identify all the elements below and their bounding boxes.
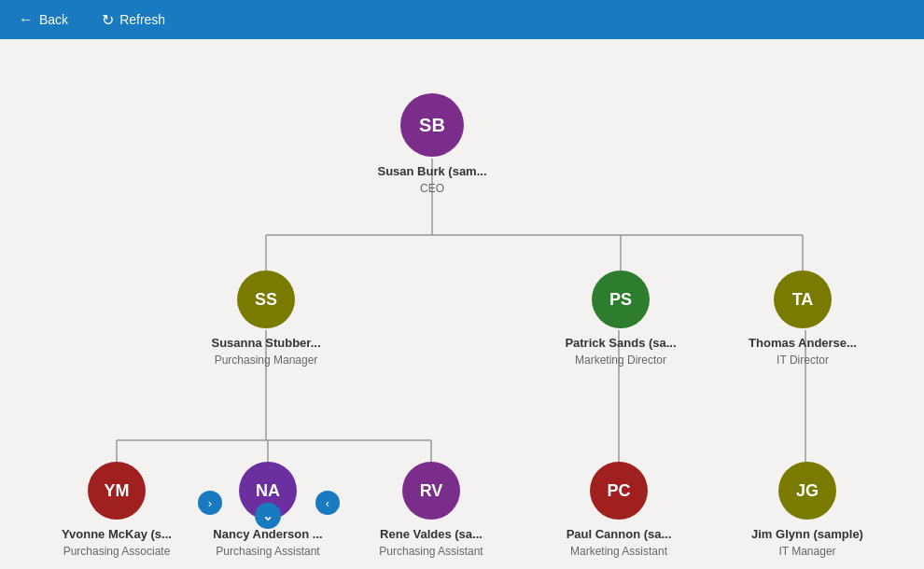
refresh-icon: ↻ bbox=[102, 11, 114, 29]
nav-left-arrow[interactable]: › bbox=[198, 491, 222, 515]
node-nancy[interactable]: NA ⌄ › ‹ Nancy Anderson ... Purchasing A… bbox=[207, 462, 329, 558]
avatar-susan: SB bbox=[400, 93, 464, 157]
back-label: Back bbox=[39, 12, 68, 27]
name-jim: Jim Glynn (sample) bbox=[751, 527, 863, 543]
node-patrick[interactable]: PS Patrick Sands (sa... Marketing Direct… bbox=[560, 271, 681, 367]
avatar-paul: PC bbox=[590, 462, 648, 520]
back-icon: ← bbox=[19, 11, 34, 28]
title-paul: Marketing Assistant bbox=[570, 545, 667, 558]
expand-chevron[interactable]: ⌄ bbox=[255, 503, 281, 529]
avatar-jim: JG bbox=[778, 462, 836, 520]
title-susan: CEO bbox=[420, 182, 444, 195]
nav-right-arrow[interactable]: ‹ bbox=[315, 491, 340, 515]
name-nancy: Nancy Anderson ... bbox=[213, 527, 322, 543]
name-susan: Susan Burk (sam... bbox=[377, 164, 486, 180]
node-thomas[interactable]: TA Thomas Anderse... IT Director bbox=[742, 271, 863, 367]
node-jim[interactable]: JG Jim Glynn (sample) IT Manager bbox=[747, 462, 868, 558]
avatar-rene: RV bbox=[402, 462, 460, 520]
title-jim: IT Manager bbox=[778, 545, 835, 558]
refresh-button[interactable]: ↻ Refresh bbox=[94, 7, 173, 33]
avatar-thomas: TA bbox=[774, 271, 832, 328]
node-paul[interactable]: PC Paul Cannon (sa... Marketing Assistan… bbox=[558, 462, 679, 558]
avatar-nancy: NA ⌄ bbox=[239, 462, 297, 520]
back-button[interactable]: ← Back bbox=[11, 7, 76, 32]
node-rene[interactable]: RV Rene Valdes (sa... Purchasing Assista… bbox=[371, 462, 492, 558]
org-chart: SB Susan Burk (sam... CEO SS Susanna Stu… bbox=[0, 39, 924, 569]
node-susan[interactable]: SB Susan Burk (sam... CEO bbox=[371, 93, 493, 195]
name-patrick: Patrick Sands (sa... bbox=[565, 336, 676, 352]
avatar-susanna: SS bbox=[237, 271, 295, 328]
node-yvonne[interactable]: YM Yvonne McKay (s... Purchasing Associa… bbox=[56, 462, 177, 558]
name-susanna: Susanna Stubber... bbox=[211, 336, 320, 352]
org-chart-area: SB Susan Burk (sam... CEO SS Susanna Stu… bbox=[0, 39, 924, 569]
name-thomas: Thomas Anderse... bbox=[749, 336, 857, 352]
refresh-label: Refresh bbox=[119, 12, 165, 27]
title-susanna: Purchasing Manager bbox=[215, 354, 318, 367]
name-paul: Paul Cannon (sa... bbox=[567, 527, 672, 543]
avatar-yvonne: YM bbox=[88, 462, 146, 520]
title-nancy: Purchasing Assistant bbox=[216, 545, 319, 558]
name-rene: Rene Valdes (sa... bbox=[380, 527, 483, 543]
title-rene: Purchasing Assistant bbox=[379, 545, 483, 558]
avatar-patrick: PS bbox=[592, 271, 650, 328]
title-yvonne: Purchasing Associate bbox=[63, 545, 171, 558]
node-susanna[interactable]: SS Susanna Stubber... Purchasing Manager bbox=[205, 271, 327, 367]
title-patrick: Marketing Director bbox=[575, 354, 666, 367]
name-yvonne: Yvonne McKay (s... bbox=[62, 527, 172, 543]
title-thomas: IT Director bbox=[777, 354, 829, 367]
topbar: ← Back ↻ Refresh bbox=[0, 0, 924, 39]
